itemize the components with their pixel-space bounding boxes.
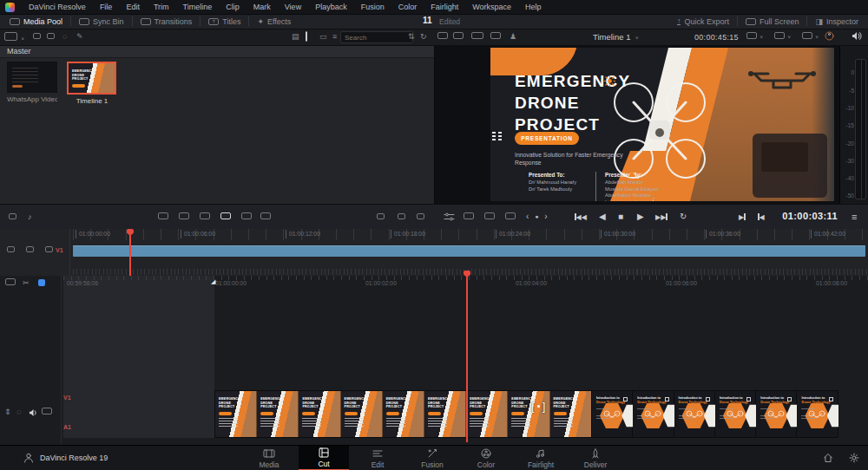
titles-button[interactable]: T Titles [201,14,248,29]
media-clip-thumbnail[interactable] [7,62,57,93]
project-manager-icon[interactable] [823,453,833,463]
bin-thumbnail-dropdown[interactable] [4,32,17,41]
sort-icon[interactable]: ⇅ [408,32,415,41]
quick-export-button[interactable]: ↑ Quick Export [669,14,737,29]
camera-icon[interactable] [464,212,474,221]
timeline-tool-1-icon[interactable] [7,245,15,254]
user-icon[interactable] [23,453,34,463]
page-tab-cut[interactable]: Cut [299,446,349,470]
stop-button[interactable]: ■ [618,212,623,222]
source-clip-icon[interactable] [453,32,464,39]
timeline-selector[interactable]: Timeline 1 ∨ [593,32,639,42]
menu-playback[interactable]: Playback [308,0,354,14]
menu-fusion[interactable]: Fusion [354,0,391,14]
track-color-icon[interactable]: ◌ [16,408,21,416]
menu-clip[interactable]: Clip [219,0,247,14]
timeline-tool-2-icon[interactable] [26,245,34,254]
razor-tool-icon[interactable]: ✂ [23,278,30,287]
bin-dropdown-chevron[interactable]: ∨ [21,36,24,41]
track-resize-icon[interactable]: ⇕ [4,408,11,416]
sync-bin-button[interactable]: Sync Bin [71,14,132,29]
boring-detector-icon[interactable] [490,32,501,39]
append-icon[interactable] [179,212,189,221]
page-tab-deliver[interactable]: Deliver [570,446,621,470]
timeline-clip-2[interactable]: Introduction toDrone TechnologyIntroduct… [591,390,838,438]
timeline-view-icon[interactable] [471,32,483,39]
audio-trim-icon[interactable]: ♪ [28,212,32,221]
menu-fairlight[interactable]: Fairlight [424,0,465,14]
menu-file[interactable]: File [93,0,120,14]
camera-person-icon[interactable]: ♟ [510,32,516,41]
resync-icon[interactable]: ↻ [420,32,427,41]
menu-mark[interactable]: Mark [247,0,278,14]
inspector-button[interactable]: ◨ Inspector [807,14,866,29]
playhead[interactable] [466,271,468,442]
effects-button[interactable]: ✦ Effects [249,14,299,29]
metadata-view-icon[interactable]: ▤ [292,32,299,41]
resolve-fx-icon[interactable] [484,212,495,221]
settings-gear-icon[interactable] [849,453,859,463]
thumbnail-view-icon[interactable] [306,31,307,42]
media-pool-button[interactable]: Media Pool [2,14,70,29]
filmstrip-tool-icon[interactable] [5,278,16,287]
menu-timeline[interactable]: Timeline [176,0,220,14]
prev-edit-button[interactable]: ◀ [758,212,765,223]
media-clip-card[interactable]: EMERGENCYDRONEPROJECTTimeline 1 [67,62,117,105]
marker-icon[interactable] [38,279,45,288]
menu-help[interactable]: Help [518,0,549,14]
video-track-label[interactable]: V1 [63,395,72,401]
play-reverse-button[interactable]: ◀ [599,212,606,222]
menu-davinci-resolve[interactable]: DaVinci Resolve [22,0,93,14]
media-clip-thumbnail[interactable]: EMERGENCYDRONEPROJECT [67,62,116,95]
timeline-clip-1[interactable]: EMERGENCYDRONEPROJECTEMERGENCYDRONEPROJE… [214,390,591,438]
list-view-icon[interactable]: ≡ [332,32,337,41]
play-button[interactable]: ▶ [637,212,644,222]
timeline-tool-3-icon[interactable] [45,245,53,254]
source-tape-icon[interactable] [437,32,448,39]
last-frame-button[interactable]: ▶▶ [655,212,667,223]
transitions-button[interactable]: Transitions [133,14,201,29]
page-tab-edit[interactable]: Edit [352,446,403,470]
close-up-icon[interactable] [220,212,231,221]
bin-header[interactable]: Master [0,45,434,58]
overview-playhead[interactable] [129,229,131,276]
menu-workspace[interactable]: Workspace [465,0,518,14]
first-frame-button[interactable]: ◀◀ [575,212,587,223]
overlay-icon[interactable] [505,212,516,221]
audio-track-label[interactable]: A1 [63,424,72,430]
source-overwrite-icon[interactable] [260,212,271,221]
menu-view[interactable]: View [278,0,308,14]
next-edit-button[interactable]: ▶ [739,212,746,223]
ripple-overwrite-icon[interactable] [200,212,210,221]
page-tab-color[interactable]: Color [461,446,511,470]
zoom-option-dropdown[interactable]: ∨ [746,32,763,39]
search-input[interactable] [340,31,413,43]
new-bin-icon[interactable] [47,32,55,41]
import-media-icon[interactable] [33,32,41,41]
menu-edit[interactable]: Edit [119,0,147,14]
page-tab-fairlight[interactable]: Fairlight [516,446,566,470]
app-logo-icon[interactable] [5,3,15,12]
draw-icon[interactable]: ✎ [76,32,83,41]
track-thumbnail-icon[interactable] [42,408,52,416]
media-clip-card[interactable]: WhatsApp Video 2... [7,62,57,103]
strip-view-icon[interactable]: ▭ [319,32,327,41]
menu-trim[interactable]: Trim [147,0,176,14]
smart-insert-icon[interactable] [158,212,168,221]
page-tab-fusion[interactable]: Fusion [407,446,457,470]
place-on-top-icon[interactable] [241,212,252,221]
multicam-dropdown[interactable]: ∨ [774,32,791,39]
transition-tool-icon[interactable] [398,212,405,221]
color-wheel-icon[interactable] [825,31,834,41]
track-audio-icon[interactable] [29,408,38,417]
full-screen-button[interactable]: Full Screen [738,14,807,29]
clip-color-icon[interactable]: ◌ [62,32,67,41]
keyframe-tool-icon[interactable] [417,212,424,221]
menu-color[interactable]: Color [391,0,424,14]
viewer-tools-icon[interactable] [444,212,455,221]
jog-control[interactable]: ‹ ● › [526,212,549,221]
audio-monitor-icon[interactable] [852,31,862,41]
tools-dropdown[interactable]: ∨ [802,32,819,39]
page-tab-media[interactable]: Media [244,446,294,470]
loop-button[interactable]: ↻ [680,212,687,222]
